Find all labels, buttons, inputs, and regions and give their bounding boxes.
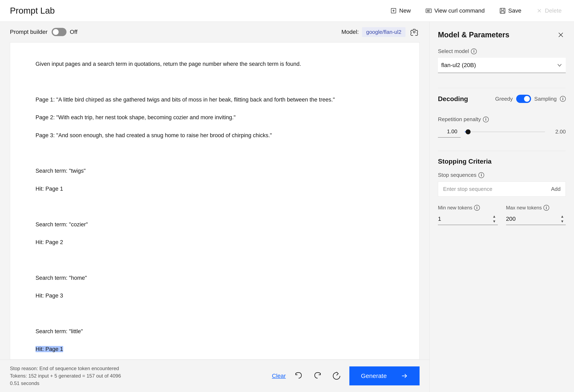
repetition-penalty-section: Repetition penalty i 1.00 2.00: [438, 116, 566, 137]
view-curl-label: View curl command: [434, 7, 485, 14]
delete-button[interactable]: Delete: [534, 6, 564, 16]
sampling-label: Sampling: [534, 96, 557, 102]
right-panel: Model & Parameters Select model i flan-u…: [430, 22, 574, 392]
slider-row: 1.00 2.00: [438, 126, 566, 137]
close-panel-button[interactable]: [556, 30, 566, 40]
text-line-9: Search term: "home": [36, 275, 87, 281]
save-label: Save: [508, 7, 521, 14]
bottom-status: Stop reason: End of sequence token encou…: [10, 365, 264, 387]
header: Prompt Lab New View curl command: [0, 0, 574, 22]
slider-min-value: 1.00: [438, 126, 461, 137]
max-tokens-down[interactable]: ▼: [559, 219, 566, 224]
decoding-title: Decoding: [438, 95, 468, 103]
slider-track[interactable]: [465, 131, 545, 132]
main-layout: Prompt builder Off Model: google/flan-ul…: [0, 22, 574, 392]
redo-button[interactable]: [311, 370, 324, 382]
curl-icon: [426, 8, 432, 14]
text-line-2: Page 1: "A little bird chirped as she ga…: [36, 97, 335, 103]
select-model-info-icon: i: [471, 48, 477, 54]
max-tokens-up[interactable]: ▲: [559, 214, 566, 219]
prompt-builder-toggle[interactable]: [52, 28, 66, 36]
decoding-controls: Greedy Sampling i: [495, 95, 566, 103]
new-button[interactable]: New: [388, 6, 413, 16]
text-line-1: Given input pages and a search term in q…: [36, 61, 301, 67]
tokens-row: Min new tokens i 1 ▲ ▼: [438, 205, 566, 225]
max-tokens-value[interactable]: 200: [506, 213, 559, 225]
undo-icon: [294, 371, 303, 380]
svg-rect-9: [501, 11, 504, 13]
tokens-info-text: Tokens: 152 input + 5 generated = 157 ou…: [10, 372, 264, 380]
decoding-toggle[interactable]: [516, 95, 531, 103]
max-tokens-input: 200 ▲ ▼: [506, 213, 566, 225]
panel-header: Model & Parameters: [438, 30, 566, 40]
bottom-actions: Clear: [272, 366, 420, 385]
decoding-toggle-thumb: [524, 96, 530, 102]
text-area-container[interactable]: Given input pages and a search term in q…: [10, 42, 420, 360]
panel-title: Model & Parameters: [438, 31, 509, 39]
text-line-11: Search term: "little": [36, 328, 83, 334]
close-icon: [557, 32, 564, 38]
greedy-label: Greedy: [495, 96, 513, 102]
text-line-4: Page 3: "And soon enough, she had create…: [36, 132, 272, 138]
repetition-penalty-label: Repetition penalty i: [438, 116, 566, 122]
text-line-6: Hit: Page 1: [36, 186, 63, 192]
select-model-label: Select model i: [438, 48, 566, 55]
stopping-criteria-section: Stopping Criteria Stop sequences i Enter…: [438, 158, 566, 225]
max-tokens-field: Max new tokens i 200 ▲ ▼: [506, 205, 566, 225]
delete-icon: [536, 8, 542, 14]
text-content: Given input pages and a search term in q…: [20, 51, 410, 360]
model-select-container: flan-ul2 (20B): [438, 58, 566, 73]
stop-sequences-container: Enter stop sequence Add: [438, 181, 566, 197]
model-select[interactable]: flan-ul2 (20B): [438, 58, 566, 73]
stop-reason-text: Stop reason: End of sequence token encou…: [10, 365, 264, 372]
text-line-10: Hit: Page 3: [36, 293, 63, 299]
prompt-builder-left: Prompt builder Off: [10, 28, 77, 36]
generate-label: Generate: [361, 372, 387, 379]
settings-icon: [410, 28, 418, 36]
text-line-7: Search term: "cozier": [36, 221, 88, 228]
save-icon: [499, 8, 506, 14]
decoding-info-icon: i: [560, 96, 566, 102]
toggle-container: Off: [52, 28, 77, 36]
header-actions: New View curl command Save: [388, 6, 564, 16]
svg-rect-8: [501, 8, 504, 10]
stop-sequences-placeholder[interactable]: Enter stop sequence: [443, 186, 551, 192]
undo-button[interactable]: [292, 370, 305, 382]
slider-thumb: [466, 129, 471, 134]
min-tokens-up[interactable]: ▲: [491, 214, 498, 219]
refresh-button[interactable]: [330, 370, 343, 382]
bottom-bar: Stop reason: End of sequence token encou…: [0, 360, 430, 392]
generate-button[interactable]: Generate: [349, 366, 420, 385]
model-section: Model: google/flan-ul2: [341, 27, 420, 37]
view-curl-button[interactable]: View curl command: [423, 6, 487, 16]
model-select-value: flan-ul2 (20B): [441, 62, 476, 68]
toggle-off-label: Off: [70, 29, 77, 35]
text-line-5: Search term: "twigs": [36, 168, 86, 174]
min-tokens-input: 1 ▲ ▼: [438, 213, 498, 225]
min-tokens-spinner: ▲ ▼: [491, 214, 498, 224]
text-line-12-highlighted: Hit: Page 1: [36, 346, 63, 352]
text-line-3: Page 2: "With each trip, her nest took s…: [36, 114, 236, 120]
divider-2: [438, 151, 566, 151]
clear-button[interactable]: Clear: [272, 372, 286, 379]
min-tokens-down[interactable]: ▼: [491, 219, 498, 224]
add-label[interactable]: Add: [551, 186, 561, 192]
svg-rect-7: [500, 8, 505, 13]
svg-point-10: [413, 31, 415, 33]
max-tokens-spinner: ▲ ▼: [559, 214, 566, 224]
new-label: New: [399, 7, 411, 14]
max-tokens-info-icon: i: [543, 205, 549, 211]
decoding-section: Decoding Greedy Sampling i: [438, 95, 566, 110]
new-icon: [390, 8, 397, 14]
time-info-text: 0.51 seconds: [10, 380, 264, 387]
model-settings-button[interactable]: [409, 27, 420, 37]
redo-icon: [313, 371, 322, 380]
divider-1: [438, 88, 566, 88]
prompt-builder-label: Prompt builder: [10, 29, 47, 35]
slider-max-value: 2.00: [549, 129, 566, 135]
text-line-8: Hit: Page 2: [36, 239, 63, 245]
min-tokens-value[interactable]: 1: [438, 213, 491, 225]
save-button[interactable]: Save: [497, 6, 524, 16]
left-panel: Prompt builder Off Model: google/flan-ul…: [0, 22, 430, 392]
chevron-down-icon: [557, 62, 562, 68]
